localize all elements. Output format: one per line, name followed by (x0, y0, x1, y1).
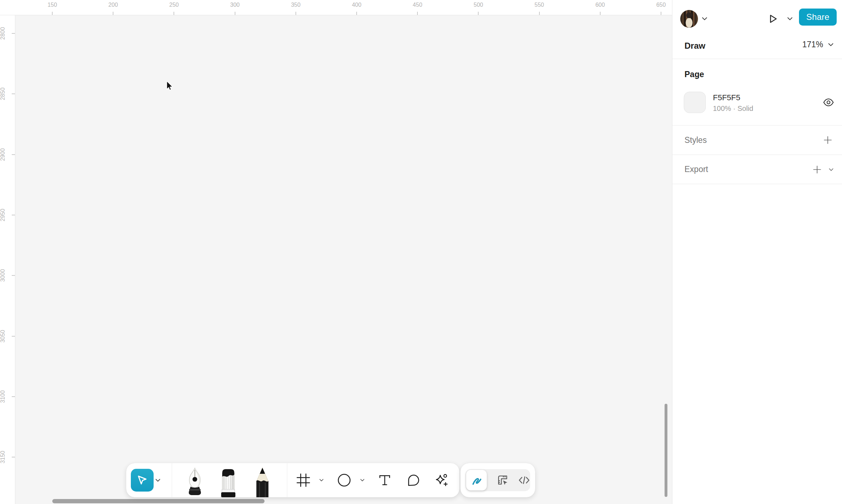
page-fill-detail[interactable]: 100% · Solid (713, 104, 753, 113)
ruler-tick (478, 12, 479, 15)
ruler-label: 2800 (0, 26, 6, 41)
ruler-label: 300 (230, 2, 240, 8)
toolbar-divider (287, 463, 287, 497)
ruler-tick (12, 457, 15, 457)
play-icon (767, 13, 778, 25)
ruler-label: 200 (108, 2, 118, 8)
pencil-tool[interactable] (252, 467, 272, 497)
user-avatar[interactable] (680, 10, 698, 28)
ruler-tick (417, 12, 418, 15)
horizontal-scrollbar[interactable] (52, 499, 265, 503)
ruler-tick (12, 154, 15, 155)
chevron-down-icon (360, 479, 364, 482)
ruler-label: 2950 (0, 207, 6, 223)
ruler-tick (174, 12, 174, 15)
add-style-button[interactable] (822, 135, 833, 145)
chevron-down-icon (702, 17, 707, 21)
canvas[interactable]: 150200250300350400450500550600650 280028… (0, 0, 672, 504)
page-fill-hex[interactable]: F5F5F5 (713, 93, 740, 102)
ruler-tick (539, 12, 540, 15)
text-t-icon (377, 472, 393, 488)
mode-design-button[interactable] (496, 473, 510, 487)
chevron-down-icon (319, 479, 324, 482)
ruler-label: 2850 (0, 86, 6, 102)
ruler-tick (600, 12, 601, 15)
ruler-tick (295, 12, 296, 15)
present-chevron[interactable] (787, 17, 793, 21)
ruler-label: 650 (656, 2, 666, 8)
present-button[interactable] (766, 12, 779, 25)
page-fill-swatch[interactable] (684, 92, 706, 113)
page-section-title: Page (684, 70, 704, 79)
panel-divider (672, 59, 842, 59)
ruler-label: 150 (48, 2, 57, 8)
toolbar-main (126, 463, 459, 497)
ai-actions-button[interactable] (433, 472, 449, 488)
zoom-control[interactable]: 171% (802, 40, 833, 49)
fountain-pen-tool[interactable] (185, 467, 205, 497)
ruler-label: 3150 (0, 449, 6, 465)
ruler-label: 250 (169, 2, 179, 8)
fill-visibility-button[interactable] (822, 97, 835, 107)
mouse-cursor-icon (164, 80, 174, 92)
vertical-scrollbar[interactable] (665, 404, 667, 497)
mode-label: Draw (684, 41, 705, 51)
cursor-arrow-icon (136, 474, 149, 487)
ruler-tick (12, 396, 15, 397)
ruler-tick (356, 12, 357, 15)
mode-group (465, 469, 530, 491)
select-tool-button[interactable] (131, 469, 154, 492)
ruler-tick (12, 215, 15, 215)
ruler-label: 2900 (0, 147, 6, 162)
ruler-label: 3100 (0, 389, 6, 404)
select-tool-chevron[interactable] (155, 478, 161, 482)
add-export-button[interactable] (812, 164, 822, 175)
ruler-cursor-icon (496, 473, 510, 487)
comment-tool-button[interactable] (405, 472, 421, 488)
chevron-down-icon (155, 479, 160, 482)
code-icon (517, 473, 531, 487)
ruler-label: 550 (534, 2, 544, 8)
ruler-label: 350 (291, 2, 300, 8)
zoom-value: 171% (802, 40, 823, 49)
shape-tool-button[interactable] (336, 472, 352, 488)
ruler-tick (113, 12, 113, 15)
eye-icon (823, 98, 834, 107)
frame-tool-chevron[interactable] (319, 478, 324, 482)
ruler-tick (12, 33, 15, 34)
ruler-tick (52, 12, 53, 15)
ruler-label: 400 (352, 2, 362, 8)
share-button[interactable]: Share (799, 9, 837, 26)
ruler-label: 3000 (0, 268, 6, 283)
brush-tool[interactable] (218, 467, 239, 497)
figma-draw-app: 150200250300350400450500550600650 280028… (0, 0, 842, 504)
ruler-label: 3050 (0, 328, 6, 344)
ruler-tick (235, 12, 235, 15)
mode-dev-button[interactable] (517, 473, 531, 487)
shape-tool-chevron[interactable] (359, 478, 365, 482)
chevron-down-icon (829, 168, 833, 171)
sparkle-plus-icon (433, 472, 449, 488)
avatar-chevron[interactable] (702, 17, 707, 21)
toolbar-divider (172, 463, 172, 497)
export-expand-chevron[interactable] (828, 167, 834, 172)
ruler-label: 600 (595, 2, 605, 8)
chevron-down-icon (787, 17, 793, 21)
plus-icon (823, 135, 833, 145)
frame-tool-button[interactable] (295, 472, 311, 488)
mode-draw-button[interactable] (466, 470, 487, 490)
ruler-label: 500 (474, 2, 483, 8)
panel-divider (672, 184, 842, 184)
text-tool-button[interactable] (377, 472, 393, 488)
right-panel: Share Draw 171% Page F5F5F5 100% · Solid… (672, 0, 842, 504)
circle-shape-icon (336, 472, 352, 488)
panel-divider (672, 155, 842, 155)
export-section-title: Export (684, 165, 708, 174)
chevron-down-icon (828, 43, 833, 47)
ruler-tick (12, 275, 15, 276)
ruler-label: 450 (413, 2, 422, 8)
styles-section-title: Styles (684, 135, 707, 145)
toolbar-mode-switcher (460, 463, 535, 497)
horizontal-ruler: 150200250300350400450500550600650 (0, 0, 672, 15)
speech-bubble-icon (405, 472, 421, 488)
